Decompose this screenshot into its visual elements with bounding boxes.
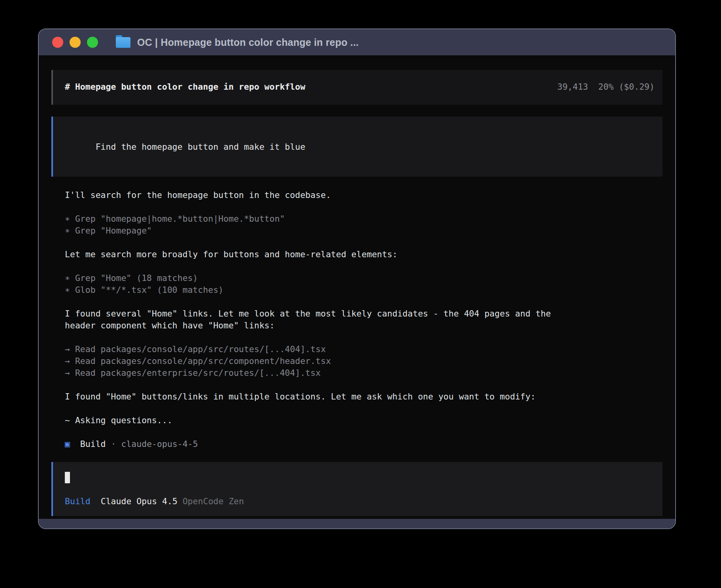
text-cursor xyxy=(65,472,70,483)
traffic-lights xyxy=(52,37,98,48)
asking-questions-line: ~ Asking questions... xyxy=(65,415,662,426)
window-titlebar[interactable]: OC | Homepage button color change in rep… xyxy=(39,29,675,55)
agent-status-line: ▣ Build · claude-opus-4-5 xyxy=(65,438,662,450)
provider-label: OpenCode Zen xyxy=(183,496,244,506)
user-message: Find the homepage button and make it blu… xyxy=(51,117,662,177)
zoom-button[interactable] xyxy=(87,37,98,48)
user-message-text: Find the homepage button and make it blu… xyxy=(96,142,306,152)
agent-badge-icon: ▣ xyxy=(65,439,70,449)
prompt-input[interactable]: BuildClaude Opus 4.5OpenCode Zen xyxy=(51,462,662,516)
tool-call-line: ∗ Grep "Homepage" xyxy=(65,225,662,237)
tool-call-block: ∗ Grep "homepage|home.*button|Home.*butt… xyxy=(65,213,662,237)
window-title: OC | Homepage button color change in rep… xyxy=(137,37,359,48)
tool-call-line: ∗ Grep "homepage|home.*button|Home.*butt… xyxy=(65,213,662,225)
read-tool-line: → Read packages/console/app/src/componen… xyxy=(65,355,662,367)
assistant-text-block: Let me search more broadly for buttons a… xyxy=(65,249,662,260)
session-title: # Homepage button color change in repo w… xyxy=(65,81,305,93)
read-tool-line: → Read packages/console/app/src/routes/[… xyxy=(65,343,662,355)
assistant-text-line: I found several "Home" links. Let me loo… xyxy=(65,308,662,320)
tool-call-block: ∗ Grep "Home" (18 matches) ∗ Glob "**/*.… xyxy=(65,272,662,296)
assistant-text-line: Let me search more broadly for buttons a… xyxy=(65,249,662,260)
assistant-status-block: ~ Asking questions... xyxy=(65,415,662,426)
model-label[interactable]: Claude Opus 4.5 xyxy=(101,496,177,506)
separator-dot: · xyxy=(111,439,116,449)
assistant-text-block: I found "Home" buttons/links in multiple… xyxy=(65,391,662,403)
agent-name: Build xyxy=(80,439,106,449)
tool-call-block: → Read packages/console/app/src/routes/[… xyxy=(65,343,662,379)
session-header: # Homepage button color change in repo w… xyxy=(51,70,662,105)
terminal-content: # Homepage button color change in repo w… xyxy=(39,55,675,519)
session-stats: 39,413 20% ($0.29) xyxy=(557,81,655,93)
mode-badge[interactable]: Build xyxy=(65,496,91,506)
assistant-transcript: I'll search for the homepage button in t… xyxy=(65,189,662,450)
window-bottom-chrome xyxy=(39,519,675,528)
assistant-text-line: header component which have "Home" links… xyxy=(65,320,662,332)
agent-model: claude-opus-4-5 xyxy=(121,439,198,449)
assistant-text-block: I found several "Home" links. Let me loo… xyxy=(65,308,662,332)
context-cost: 20% ($0.29) xyxy=(598,81,655,93)
assistant-text-block: I'll search for the homepage button in t… xyxy=(65,189,662,201)
assistant-text-line: I found "Home" buttons/links in multiple… xyxy=(65,391,662,403)
minimize-button[interactable] xyxy=(70,37,81,48)
read-tool-line: → Read packages/enterprise/src/routes/[.… xyxy=(65,367,662,379)
token-count: 39,413 xyxy=(557,81,588,93)
input-line[interactable] xyxy=(65,472,651,484)
terminal-window: OC | Homepage button color change in rep… xyxy=(38,28,676,529)
close-button[interactable] xyxy=(52,37,63,48)
input-footer: BuildClaude Opus 4.5OpenCode Zen xyxy=(65,496,651,507)
folder-icon xyxy=(116,37,130,48)
tool-call-line: ∗ Grep "Home" (18 matches) xyxy=(65,272,662,284)
tool-call-line: ∗ Glob "**/*.tsx" (100 matches) xyxy=(65,284,662,296)
assistant-text-line: I'll search for the homepage button in t… xyxy=(65,189,662,201)
